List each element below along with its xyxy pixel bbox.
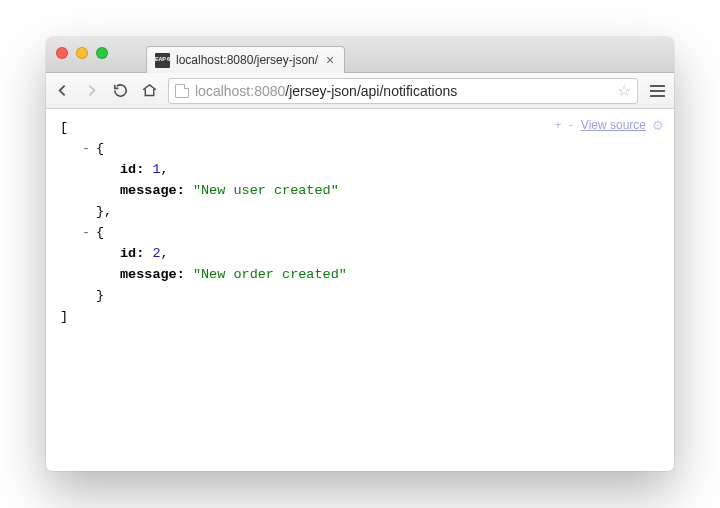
json-brace-close: }, [96,204,112,219]
json-bracket-open: [ [60,120,68,135]
tabstrip: EAP 6 localhost:8080/jersey-json/ × [146,37,345,72]
titlebar: EAP 6 localhost:8080/jersey-json/ × [46,37,674,73]
view-source-link[interactable]: View source [581,115,646,136]
json-number: 2 [152,246,160,261]
page-content: + - View source ⚙ [ -{ id: 1, message: [46,109,674,471]
gear-icon[interactable]: ⚙ [652,115,664,136]
json-key: message: [120,267,185,282]
collapser-icon[interactable]: - [82,222,92,243]
address-bar[interactable]: localhost:8080/jersey-json/api/notificat… [168,78,638,104]
json-number: 1 [152,162,160,177]
window-controls [56,47,108,59]
json-key: id: [120,246,144,261]
json-key: message: [120,183,185,198]
url-text: localhost:8080/jersey-json/api/notificat… [195,83,611,99]
tab-title: localhost:8080/jersey-json/ [176,53,318,67]
zoom-window-button[interactable] [96,47,108,59]
forward-button[interactable] [83,82,100,99]
collapser-icon[interactable]: - [82,138,92,159]
toolbar: localhost:8080/jersey-json/api/notificat… [46,73,674,109]
browser-tab[interactable]: EAP 6 localhost:8080/jersey-json/ × [146,46,345,73]
json-key: id: [120,162,144,177]
minimize-window-button[interactable] [76,47,88,59]
favicon-icon: EAP 6 [155,53,170,68]
json-brace-close: } [96,288,104,303]
json-viewer-toolbar: + - View source ⚙ [555,115,665,136]
close-window-button[interactable] [56,47,68,59]
json-string: "New user created" [193,183,339,198]
expand-collapse-buttons[interactable]: + - [555,115,575,136]
json-output: [ -{ id: 1, message: "New user created" … [60,117,660,327]
reload-button[interactable] [112,82,129,99]
json-bracket-close: ] [60,309,68,324]
json-brace-open: { [96,141,104,156]
browser-window: EAP 6 localhost:8080/jersey-json/ × [46,37,674,471]
tab-close-button[interactable]: × [324,53,336,67]
nav-buttons [54,82,158,99]
back-button[interactable] [54,82,71,99]
home-button[interactable] [141,82,158,99]
site-info-icon[interactable] [175,84,189,98]
bookmark-star-icon[interactable]: ☆ [617,83,631,99]
json-string: "New order created" [193,267,347,282]
json-brace-open: { [96,225,104,240]
hamburger-menu-button[interactable] [648,85,666,97]
